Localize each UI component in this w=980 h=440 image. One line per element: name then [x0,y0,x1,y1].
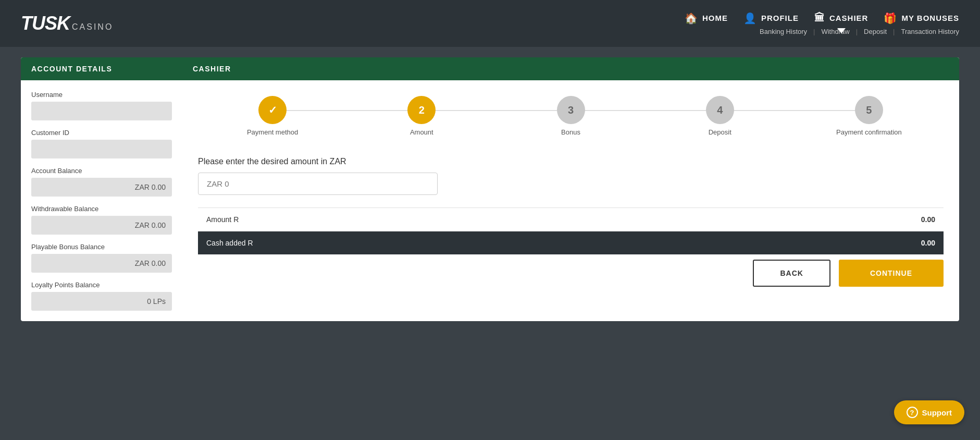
nav-bonuses-label: MY BONUSES [901,14,959,22]
step-line-3 [571,110,720,111]
loyalty-points-value: 0 LPs [31,292,172,311]
step-label-2: Amount [410,128,433,136]
loyalty-points-label: Loyalty Points Balance [31,281,172,289]
right-panel-header: CASHIER [182,57,959,80]
playable-bonus-value: ZAR 0.00 [31,254,172,273]
username-label: Username [31,91,172,99]
step-line-1 [272,110,421,111]
amount-r-value: 0.00 [921,215,935,224]
step-line-4 [720,110,869,111]
summary-row-cash: Cash added R 0.00 [198,231,944,254]
step-deposit: 4 Deposit [646,96,795,136]
logo-casino: CASINO [72,22,113,32]
withdrawable-balance-value: ZAR 0.00 [31,216,172,235]
left-panel: ACCOUNT DETAILS Username Customer ID Acc… [21,57,182,321]
sep3: | [893,28,895,35]
field-playable-bonus: Playable Bonus Balance ZAR 0.00 [31,243,172,273]
nav-sub: Banking History | Withdraw | Deposit | T… [760,28,959,35]
support-label: Support [922,408,952,417]
step-label-1: Payment method [247,128,298,136]
home-icon: 🏠 [685,12,698,25]
field-username: Username [31,91,172,120]
amount-r-label: Amount R [206,215,239,224]
support-icon: ? [907,407,918,418]
main-content: ACCOUNT DETAILS Username Customer ID Acc… [21,57,959,321]
sep2: | [856,28,858,35]
step-indicator: ✓ Payment method 2 Amount 3 Bonus 4 Depo [198,96,944,136]
continue-button[interactable]: CONTINUE [839,260,944,287]
customer-id-label: Customer ID [31,129,172,137]
step-bonus: 3 Bonus [496,96,645,136]
field-customer-id: Customer ID [31,129,172,158]
nav-cashier-label: CASHIER [829,14,869,22]
support-button[interactable]: ? Support [894,400,965,424]
left-panel-header: ACCOUNT DETAILS [21,57,182,80]
step-circle-5: 5 [855,96,883,124]
account-balance-value: ZAR 0.00 [31,178,172,197]
amount-instruction: Please enter the desired amount in ZAR [198,157,944,166]
bonuses-icon: 🎁 [884,12,897,25]
step-line-2 [421,110,570,111]
step-circle-1: ✓ [258,96,287,124]
nav-deposit[interactable]: Deposit [864,28,887,35]
username-input[interactable] [31,102,172,120]
step-circle-2: 2 [407,96,436,124]
header: TUSK CASINO 🏠 HOME 👤 PROFILE 🏛 CASHIER 🎁… [0,0,980,47]
step-payment-method: ✓ Payment method [198,96,347,136]
left-panel-body: Username Customer ID Account Balance ZAR… [21,80,182,321]
summary-table: Amount R 0.00 Cash added R 0.00 [198,207,944,254]
nav-right: 🏠 HOME 👤 PROFILE 🏛 CASHIER 🎁 MY BONUSES … [685,12,959,35]
customer-id-input[interactable] [31,140,172,158]
logo-tusk: TUSK [21,13,70,34]
cash-added-value: 0.00 [921,239,935,247]
account-balance-label: Account Balance [31,167,172,175]
field-loyalty-points: Loyalty Points Balance 0 LPs [31,281,172,311]
nav-transaction-history[interactable]: Transaction History [901,28,960,35]
playable-bonus-label: Playable Bonus Balance [31,243,172,251]
nav-bonuses[interactable]: 🎁 MY BONUSES [884,12,959,25]
nav-banking-history[interactable]: Banking History [760,28,807,35]
profile-icon: 👤 [743,12,757,25]
nav-profile[interactable]: 👤 PROFILE [743,12,799,25]
nav-home[interactable]: 🏠 HOME [685,12,728,25]
amount-input[interactable] [198,173,438,195]
field-account-balance: Account Balance ZAR 0.00 [31,167,172,197]
cashier-icon: 🏛 [814,12,825,24]
right-panel: CASHIER ✓ Payment method 2 Amount 3 Bon [182,57,959,321]
withdrawable-balance-label: Withdrawable Balance [31,205,172,213]
step-circle-4: 4 [706,96,734,124]
right-panel-body: ✓ Payment method 2 Amount 3 Bonus 4 Depo [182,80,959,302]
step-payment-confirmation: 5 Payment confirmation [795,96,944,136]
step-circle-3: 3 [557,96,585,124]
nav-cashier[interactable]: 🏛 CASHIER [814,12,869,24]
nav-main: 🏠 HOME 👤 PROFILE 🏛 CASHIER 🎁 MY BONUSES [685,12,959,25]
field-withdrawable-balance: Withdrawable Balance ZAR 0.00 [31,205,172,235]
step-label-4: Deposit [709,128,731,136]
step-amount: 2 Amount [347,96,496,136]
back-button[interactable]: BACK [753,260,830,287]
summary-row-amount: Amount R 0.00 [198,207,944,231]
nav-profile-label: PROFILE [761,14,799,22]
sep1: | [813,28,815,35]
step-label-5: Payment confirmation [836,128,902,136]
step-label-3: Bonus [561,128,580,136]
nav-home-label: HOME [702,14,728,22]
cash-added-label: Cash added R [206,239,253,247]
logo[interactable]: TUSK CASINO [21,13,113,34]
button-row: BACK CONTINUE [198,260,944,287]
